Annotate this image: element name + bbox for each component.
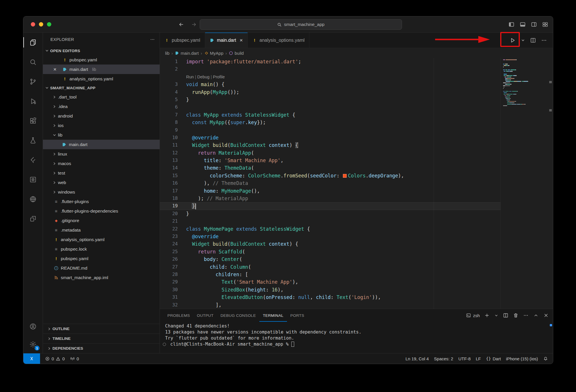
activity-extensions[interactable] [23,111,43,130]
panel-tab-terminal[interactable]: TERMINAL [259,309,287,322]
explorer-more-actions-icon[interactable] [150,37,155,42]
folder--idea[interactable]: .idea [43,102,160,111]
tab-analysis-options-yaml[interactable]: !analysis_options.yaml [248,33,310,48]
tab-pubspec-yaml[interactable]: !pubspec.yaml [160,33,205,48]
terminal-output[interactable]: Changed 41 dependencies!13 packages have… [160,322,553,353]
file-pubspec-lock[interactable]: ≡pubspec.lock [43,244,160,254]
notifications-button[interactable] [541,353,551,364]
code-editor[interactable]: 1import 'package:flutter/material.dart';… [160,58,501,309]
encoding-status[interactable]: UTF-8 [456,353,473,364]
toggle-panel-icon[interactable] [520,21,526,28]
folder-label: lib [58,132,63,138]
folder-test[interactable]: test [43,168,160,178]
close-window-button[interactable] [31,22,35,26]
activity-search[interactable] [23,52,43,72]
section-timeline[interactable]: TIMELINE [43,334,160,343]
folder-web[interactable]: web [43,178,160,187]
code-lens-run[interactable]: Run [186,73,194,81]
panel-tab-problems[interactable]: PROBLEMS [164,309,193,322]
run-dropdown-icon[interactable] [521,38,525,43]
open-editor-pubspec-yaml[interactable]: !pubspec.yaml [43,55,160,65]
file--metadata[interactable]: ≡.metadata [43,225,160,235]
folder-linux[interactable]: linux [43,149,160,159]
eol-status[interactable]: LF [473,353,484,364]
file-analysis-options-yaml[interactable]: !analysis_options.yaml [43,235,160,244]
customize-layout-icon[interactable] [542,21,548,28]
device-selector[interactable]: iPhone (15) (ios) [503,353,541,364]
toggle-secondary-sidebar-icon[interactable] [531,21,537,28]
close-panel-button[interactable] [543,313,549,318]
panel-tab-ports[interactable]: PORTS [287,309,308,322]
toggle-primary-sidebar-icon[interactable] [508,21,515,28]
folder-macos[interactable]: macos [43,159,160,168]
split-terminal-button[interactable] [503,313,509,318]
split-editor-button[interactable] [530,37,536,43]
editor-more-actions-icon[interactable] [541,37,547,43]
remote-indicator[interactable] [23,353,40,364]
code-lens-profile[interactable]: Profile [213,73,225,81]
kill-terminal-button[interactable] [513,313,519,318]
activity-testing[interactable] [23,130,43,150]
indentation-status[interactable]: Spaces: 2 [431,353,456,364]
activity-flutter[interactable] [23,150,43,170]
terminal-profile-button[interactable]: zsh [466,313,480,318]
file-main-dart[interactable]: main.dart [43,140,160,149]
folder--dart-tool[interactable]: .dart_tool [43,92,160,102]
panel-tab-debug-console[interactable]: DEBUG CONSOLE [217,309,259,322]
activity-remote[interactable] [23,209,43,228]
go-forward-button[interactable] [191,22,197,27]
code-line-31: 31 ElevatedButton(onPressed: null, child… [160,293,501,301]
tab-main-dart[interactable]: main.dart× [205,33,248,48]
go-back-button[interactable] [178,22,184,27]
file-smart-machine-app-iml[interactable]: smart_machine_app.iml [43,273,160,282]
folder-windows[interactable]: windows [43,187,160,197]
close-icon[interactable]: × [53,67,56,72]
maximize-panel-button[interactable] [533,313,539,318]
folder-android[interactable]: android [43,111,160,121]
line-number: 20 [160,210,178,217]
activity-account[interactable] [23,317,43,335]
file--flutter-plugins[interactable]: ≡.flutter-plugins [43,197,160,206]
activity-source-control[interactable] [23,72,43,91]
breadcrumb-main-dart[interactable]: main.dart [175,51,199,56]
breadcrumb-build[interactable]: build [229,51,244,56]
activity-browser[interactable] [23,189,43,209]
minimap-line [503,77,548,77]
file--flutter-plugins-dependencies[interactable]: ≡.flutter-plugins-dependencies [43,206,160,216]
close-icon[interactable]: × [239,37,243,43]
activity-settings[interactable]: 1 [23,335,43,353]
language-status[interactable]: {} Dart [484,353,503,364]
breadcrumb-lib[interactable]: lib [165,51,169,56]
minimize-window-button[interactable] [39,22,43,26]
code-lens-debug[interactable]: Debug [197,73,209,81]
minimap-line [503,97,548,98]
sidebar-title: EXPLORER [50,37,74,42]
file-pubspec-yaml[interactable]: !pubspec.yaml [43,254,160,263]
folder-ios[interactable]: ios [43,121,160,130]
ports-status[interactable]: 0 [67,353,82,364]
activity-explorer[interactable] [23,33,43,52]
folder-lib[interactable]: lib [43,130,160,140]
zoom-window-button[interactable] [47,22,51,26]
terminal-prompt[interactable]: clint@Clints-MacBook-Air smart_machine_a… [160,341,553,347]
panel-tab-output[interactable]: OUTPUT [193,309,217,322]
new-terminal-button[interactable] [484,313,490,318]
terminal-dropdown-icon[interactable] [494,313,498,318]
open-editors-header[interactable]: OPEN EDITORS [43,46,160,55]
breadcrumb-myapp[interactable]: MyApp [204,51,224,56]
minimap[interactable] [501,58,548,309]
problems-status[interactable]: 0 0 [42,353,67,364]
file--gitignore[interactable]: ◆.gitignore [43,216,160,225]
section-dependencies[interactable]: DEPENDENCIES [43,343,160,353]
activity-run-debug[interactable] [23,91,43,111]
cursor-position[interactable]: Ln 19, Col 4 [403,353,431,364]
command-center[interactable]: smart_machine_app [200,19,402,30]
activity-tools[interactable] [23,170,43,189]
section-outline[interactable]: OUTLINE [43,324,160,334]
open-editor-main-dart[interactable]: ×main.dartlib [43,65,160,74]
project-root-header[interactable]: SMART_MACHINE_APP [43,84,160,92]
file-readme-md[interactable]: README.md [43,263,160,273]
open-editor-analysis-options-yaml[interactable]: !analysis_options.yaml [43,74,160,84]
panel-more-actions-icon[interactable] [523,313,529,318]
run-debug-button[interactable] [509,37,516,44]
